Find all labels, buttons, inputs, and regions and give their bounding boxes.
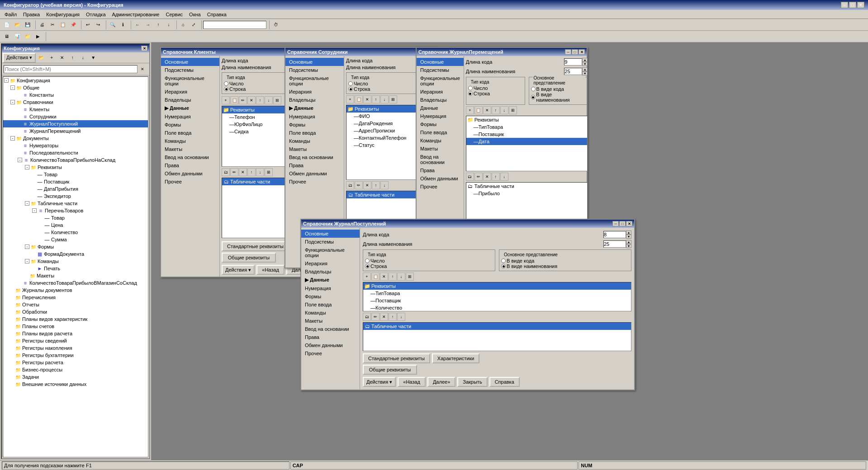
tree-item-tip-tovara-zpost[interactable]: — ТипТовара	[363, 290, 631, 297]
dlg-nav-vvod-osnov[interactable]: Ввод на основании	[161, 153, 219, 161]
toolbar-search-input[interactable]	[203, 21, 266, 29]
dlg-klienty-std-req-btn[interactable]: Стандартные реквизиты	[222, 241, 289, 251]
tree-item-forma-dok[interactable]: ▦ ФормаДокумента	[3, 250, 148, 258]
dlg-zp-max[interactable]: □	[572, 49, 578, 55]
tree2-delete-btn[interactable]: ↑	[247, 168, 256, 176]
tree-item-spravochniki[interactable]: - 📁 Справочники	[3, 99, 148, 106]
tree2-down-btn[interactable]: ⊞	[265, 168, 273, 176]
dlg-sotr-nav-prochee[interactable]: Прочее	[285, 178, 344, 186]
tree-item-pechat[interactable]: ► Печать	[3, 265, 148, 272]
zpost-code-len-input[interactable]	[603, 231, 626, 238]
zp-tree-btn1[interactable]: +	[466, 106, 474, 114]
zp-tree2-btn2[interactable]: ✏	[474, 173, 483, 181]
tree2-copy-btn[interactable]: ✏	[230, 168, 238, 176]
dlg-nav-osnovnye[interactable]: Основные	[161, 58, 219, 66]
tb-save[interactable]: 💾	[23, 20, 33, 30]
dlg-zpost-std-req-btn[interactable]: Стандартные реквизиты	[363, 353, 430, 363]
zp-tree2-btn5[interactable]: ↓	[500, 173, 508, 181]
tree-item-data-pribytiya[interactable]: — ДатаПрибытия	[3, 185, 148, 193]
dlg-zpost-close[interactable]: ✕	[626, 221, 632, 226]
tree-item-klienty[interactable]: ≡ Клиенты	[3, 106, 148, 113]
tb2-btn3[interactable]: 📁	[23, 32, 33, 42]
tree-item-reg-sved[interactable]: 📁 Регистры сведений	[3, 337, 148, 344]
zp-tree2-btn3[interactable]: ✕	[483, 173, 491, 181]
dlg-zpost-nav-osnovnye[interactable]: Основные	[301, 230, 360, 238]
tree-item-tovar2[interactable]: — Товар	[3, 214, 148, 221]
dlg-zp-nav-vlad[interactable]: Владельцы	[417, 96, 464, 104]
dlg-zpost-nav-formy[interactable]: Формы	[301, 292, 360, 301]
sotr-tree2-btn4[interactable]: ↑	[372, 181, 380, 189]
zpost-name-spin-up[interactable]: ▲	[626, 240, 631, 244]
dlg-sotr-nav-makety[interactable]: Макеты	[285, 145, 344, 153]
zpost-name-len-input[interactable]	[603, 240, 626, 248]
zp-code-len-input[interactable]	[564, 58, 582, 66]
dlg-zp-tree1[interactable]: 📁 Реквизиты — ТипТовара — Поставщик — Да…	[466, 116, 588, 171]
tree-item-vnesh-ist[interactable]: 📁 Внешние источники данных	[3, 381, 148, 388]
dlg-zp-nav-obmen[interactable]: Обмен данными	[417, 174, 464, 183]
dlg-zp-nav-prochee[interactable]: Прочее	[417, 183, 464, 191]
dlg-nav-komandy[interactable]: Команды	[161, 137, 219, 145]
tree-item-pvkh[interactable]: 📁 Планы видов характеристик	[3, 315, 148, 323]
tb2-btn2[interactable]: 📊	[12, 32, 22, 42]
tree-item-makety[interactable]: 📁 Макеты	[3, 272, 148, 279]
dlg-nav-ierarkhiya[interactable]: Иерархия	[161, 88, 219, 96]
zp-tree-btn3[interactable]: ✕	[483, 106, 491, 114]
tree-item-configuration[interactable]: - 📁 Конфигурация	[3, 77, 148, 84]
zp-tree-btn2[interactable]: 📋	[474, 106, 483, 114]
tree-item-zhurnal-peremeshcheniy[interactable]: ≡ ЖурналПеремещений	[3, 127, 148, 135]
dlg-zp-nav-funk[interactable]: Функциональные опции	[417, 74, 464, 88]
tb-down2[interactable]: ↓	[164, 20, 174, 30]
zp-tree-btn6[interactable]: ⊞	[509, 106, 517, 114]
tree-item-zhurnaly-dok[interactable]: 📁 Журналы документов	[3, 287, 148, 294]
zpost-radio-vid-koda[interactable]: В виде кода	[501, 258, 629, 263]
tree-item-bp[interactable]: 📁 Бизнес-процессы	[3, 366, 148, 373]
zp-radio-vid-koda[interactable]: В виде кода	[531, 86, 586, 92]
tree-item-komandy[interactable]: - 📁 Команды	[3, 258, 148, 265]
menu-debug[interactable]: Отладка	[83, 10, 108, 19]
dlg-nav-prava[interactable]: Права	[161, 161, 219, 169]
dlg-zpost-close-btn[interactable]: Закрыть	[457, 377, 487, 387]
config-panel-close[interactable]: ✕	[141, 46, 147, 51]
dlg-sotr-nav-pole-vvoda[interactable]: Поле ввода	[285, 129, 344, 137]
zpost-tree-btn3[interactable]: ✕	[380, 273, 388, 281]
tree-edit-btn[interactable]: ✏	[239, 96, 247, 104]
dlg-klienty-common-req-btn[interactable]: Общие реквизиты	[222, 253, 276, 263]
dlg-zpost-nav-ier[interactable]: Иерархия	[301, 259, 360, 268]
dlg-zpost-back-btn[interactable]: «Назад	[398, 377, 426, 387]
zp-radio-stroka[interactable]: Строка	[468, 91, 523, 96]
tree2-edit-btn[interactable]: ✕	[239, 168, 247, 176]
close-window-button[interactable]: ✕	[857, 2, 864, 8]
zp-name-spin-down[interactable]: ▼	[582, 71, 588, 75]
tree-item-reg-rascheta[interactable]: 📁 Регистры расчета	[3, 359, 148, 366]
tree-item-postavshchik-zp[interactable]: — Поставщик	[466, 131, 588, 138]
dlg-zp-nav-kom[interactable]: Команды	[417, 136, 464, 145]
zpost-tree-btn2[interactable]: 📋	[371, 273, 379, 281]
sotr-tree2-btn5[interactable]: ↓	[380, 181, 389, 189]
tree-item-summa[interactable]: — Сумма	[3, 236, 148, 243]
tree-expand-btn[interactable]: ⊞	[273, 96, 281, 104]
tb-undo[interactable]: ↩	[83, 20, 93, 30]
menu-help[interactable]: Справка	[204, 10, 229, 19]
dlg-zpost-nav-num[interactable]: Нумерация	[301, 284, 360, 292]
dlg-nav-dannye[interactable]: ▶ Данные	[161, 104, 219, 113]
zp-code-spin-down[interactable]: ▼	[582, 62, 588, 66]
dlg-sotr-nav-formy[interactable]: Формы	[285, 121, 344, 129]
dlg-zpost-nav-podsistemy[interactable]: Подсистемы	[301, 238, 360, 246]
dlg-nav-numeratsiya[interactable]: Нумерация	[161, 113, 219, 121]
dlg-klienty-back-btn[interactable]: «Назад	[256, 265, 285, 275]
dialog-zp-title[interactable]: Справочник ЖурналПеремещений ─ □ ✕	[417, 48, 587, 56]
tb-redo[interactable]: ↪	[93, 20, 103, 30]
dlg-zpost-help-btn[interactable]: Справка	[489, 377, 520, 387]
dlg-sotr-nav-prava[interactable]: Права	[285, 161, 344, 169]
tb-copy[interactable]: 📋	[58, 20, 68, 30]
minimize-button[interactable]: ─	[841, 2, 848, 8]
sotr-tree2-btn3[interactable]: ✕	[363, 181, 371, 189]
tree-item-konstanty[interactable]: ≡ Константы	[3, 91, 148, 99]
tree-item-otchety[interactable]: 📁 Отчеты	[3, 301, 148, 308]
config-move-up-btn[interactable]: ↑	[67, 53, 77, 63]
dialog-zpost-title[interactable]: Справочник ЖурналПоступлений ─ □ ✕	[301, 220, 634, 228]
tree-item-tovar1[interactable]: — Товар	[3, 171, 148, 178]
menu-file[interactable]: Файл	[2, 10, 19, 19]
radio-stroka-btn[interactable]	[224, 87, 228, 91]
tb2-btn1[interactable]: 🖥	[2, 32, 12, 42]
